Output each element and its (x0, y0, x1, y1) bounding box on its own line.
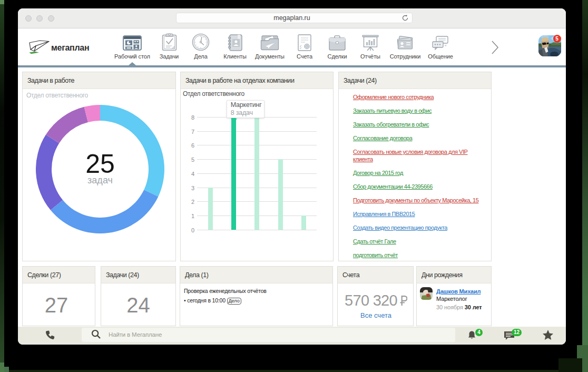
svg-text:п: п (445, 44, 446, 47)
